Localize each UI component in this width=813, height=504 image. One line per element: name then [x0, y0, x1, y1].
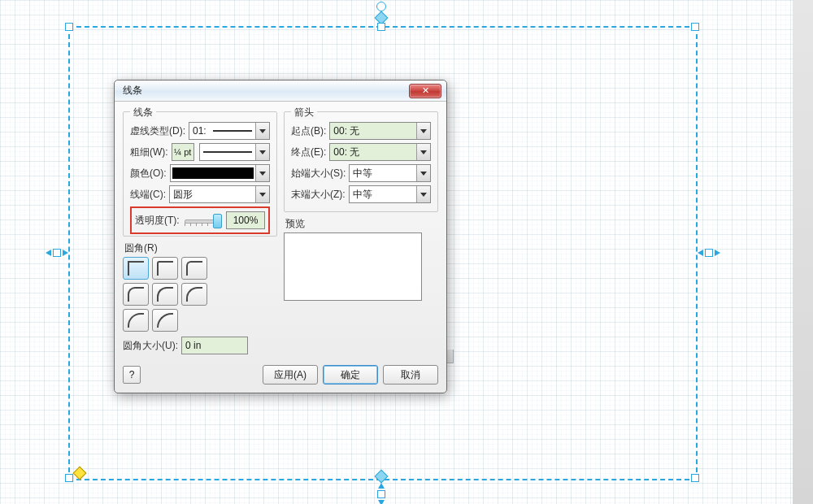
- help-button[interactable]: ?: [123, 366, 141, 384]
- cap-label: 线端(C):: [130, 188, 166, 202]
- dialog-title: 线条: [123, 84, 142, 98]
- chevron-down-icon[interactable]: [255, 123, 269, 139]
- chevron-down-icon[interactable]: [255, 186, 269, 202]
- side-arrow-right[interactable]: [698, 249, 720, 257]
- corner-style-4[interactable]: [123, 283, 149, 306]
- line-group: 线条 虚线类型(D): 01: 粗细(W): ¼ pt: [123, 111, 277, 237]
- line-preview: [213, 130, 252, 132]
- dialog-titlebar[interactable]: 线条 ✕: [115, 80, 446, 102]
- corner-style-7[interactable]: [123, 309, 149, 332]
- begin-combo[interactable]: 00: 无: [329, 122, 431, 140]
- dash-type-combo[interactable]: 01:: [189, 122, 270, 140]
- color-combo[interactable]: [170, 164, 270, 182]
- ok-button[interactable]: 确定: [323, 365, 378, 385]
- chevron-down-icon[interactable]: [255, 165, 269, 181]
- arrow-group-legend: 箭头: [291, 106, 317, 119]
- corner-style-5[interactable]: [152, 283, 178, 306]
- corners-header: 圆角(R): [124, 241, 277, 255]
- transparency-slider[interactable]: [185, 213, 221, 228]
- corner-style-3[interactable]: [181, 257, 207, 280]
- line-dialog: 线条 ✕ 线条 虚线类型(D): 01:: [114, 80, 447, 393]
- line-group-legend: 线条: [130, 106, 156, 119]
- color-swatch: [172, 167, 254, 179]
- corner-style-1[interactable]: [123, 257, 149, 280]
- resize-handle[interactable]: [65, 23, 73, 31]
- color-label: 颜色(O):: [130, 167, 167, 180]
- weight-combo[interactable]: [199, 143, 270, 161]
- chevron-down-icon[interactable]: [416, 165, 430, 181]
- begin-size-combo[interactable]: 中等: [349, 164, 431, 182]
- arrow-group: 箭头 起点(B): 00: 无 终点(E): 00: 无: [284, 111, 438, 212]
- dash-type-label: 虚线类型(D):: [130, 124, 185, 138]
- begin-label: 起点(B):: [291, 124, 326, 138]
- transparency-label: 透明度(T):: [135, 214, 180, 228]
- end-size-label: 末端大小(Z):: [291, 188, 346, 202]
- preview-header: 预览: [285, 217, 438, 231]
- side-arrow-bottom[interactable]: [377, 483, 385, 504]
- end-combo[interactable]: 00: 无: [329, 143, 431, 161]
- apply-button[interactable]: 应用(A): [263, 365, 318, 385]
- chevron-down-icon[interactable]: [416, 144, 430, 160]
- weight-label: 粗细(W):: [130, 146, 168, 159]
- end-label: 终点(E):: [291, 146, 326, 159]
- resize-handle[interactable]: [377, 23, 385, 31]
- chevron-down-icon[interactable]: [416, 186, 430, 202]
- corner-style-grid: [123, 257, 233, 332]
- cap-combo[interactable]: 圆形: [169, 185, 270, 203]
- corner-size-label: 圆角大小(U):: [123, 339, 178, 353]
- right-gutter: [793, 0, 813, 504]
- rotation-handle[interactable]: [376, 2, 386, 11]
- corner-style-8[interactable]: [152, 309, 178, 332]
- end-size-combo[interactable]: 中等: [349, 185, 431, 203]
- preview-pane: [284, 232, 422, 301]
- begin-size-label: 始端大小(S):: [291, 167, 346, 180]
- weight-unit[interactable]: ¼ pt: [172, 143, 194, 161]
- chevron-down-icon[interactable]: [416, 123, 430, 139]
- close-button[interactable]: ✕: [409, 84, 441, 98]
- transparency-value[interactable]: 100%: [226, 211, 265, 229]
- corner-size-input[interactable]: 0 in: [181, 337, 248, 354]
- line-preview: [203, 151, 252, 153]
- cancel-button[interactable]: 取消: [383, 365, 438, 385]
- corner-style-6[interactable]: [181, 283, 207, 306]
- drawing-canvas[interactable]: 线条 ✕ 线条 虚线类型(D): 01:: [0, 0, 813, 504]
- resize-handle[interactable]: [691, 474, 699, 482]
- transparency-highlight: 透明度(T): 100%: [130, 206, 270, 234]
- corner-style-2[interactable]: [152, 257, 178, 280]
- chevron-down-icon[interactable]: [255, 144, 269, 160]
- resize-handle[interactable]: [691, 23, 699, 31]
- resize-handle[interactable]: [65, 474, 73, 482]
- side-arrow-left[interactable]: [46, 249, 68, 257]
